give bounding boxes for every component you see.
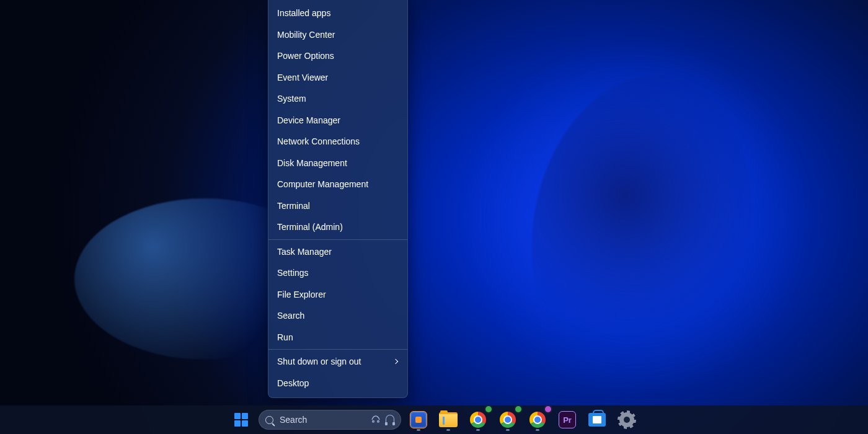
headset-icon [386, 415, 394, 423]
notification-badge [484, 405, 493, 414]
running-indicator [446, 429, 450, 431]
svg-point-1 [378, 420, 379, 422]
menu-label: Event Viewer [277, 73, 399, 82]
taskbar-app-premiere-pro[interactable]: Pr [555, 407, 580, 432]
taskbar-app-chrome-1[interactable] [466, 407, 490, 432]
menu-label: File Explorer [277, 290, 399, 299]
menu-item-event-viewer[interactable]: Event Viewer [268, 67, 407, 89]
menu-item-system[interactable]: System [268, 88, 407, 110]
chrome-icon [470, 412, 486, 428]
svg-point-0 [373, 420, 374, 422]
store-icon [588, 413, 606, 427]
copilot-icon [371, 415, 381, 425]
menu-label: Mobility Center [277, 30, 399, 40]
menu-label: Device Manager [277, 115, 399, 125]
menu-item-network-connections[interactable]: Network Connections [268, 131, 407, 153]
taskbar-app-vmware[interactable] [406, 407, 431, 432]
menu-item-disk-management[interactable]: Disk Management [268, 153, 407, 174]
menu-label: Shut down or sign out [277, 356, 399, 366]
gear-icon [619, 412, 634, 427]
running-indicator [536, 429, 539, 431]
menu-label: Desktop [277, 378, 399, 388]
chrome-icon [500, 412, 516, 428]
menu-item-shut-down-or-sign-out[interactable]: Shut down or sign out [268, 351, 407, 373]
chrome-icon [529, 412, 546, 428]
vmware-icon [410, 411, 427, 428]
menu-separator [268, 239, 407, 240]
search-icon [265, 416, 273, 424]
desktop-wallpaper[interactable] [0, 0, 868, 434]
menu-item-search[interactable]: Search [268, 305, 407, 327]
menu-label: Disk Management [277, 158, 399, 168]
taskbar-app-settings[interactable] [614, 407, 639, 432]
menu-item-computer-management[interactable]: Computer Management [268, 174, 407, 195]
menu-item-file-explorer[interactable]: File Explorer [268, 284, 407, 306]
menu-item-installed-apps[interactable]: Installed apps [268, 2, 407, 24]
start-button[interactable] [229, 407, 254, 432]
windows-logo-icon [234, 413, 248, 427]
running-indicator [506, 429, 510, 431]
running-indicator [417, 429, 420, 431]
menu-label: Task Manager [277, 247, 399, 257]
menu-label: Terminal [277, 201, 399, 211]
menu-label: Power Options [277, 51, 399, 61]
menu-item-desktop[interactable]: Desktop [268, 373, 407, 394]
menu-item-settings[interactable]: Settings [268, 262, 407, 284]
folder-icon [439, 412, 458, 427]
notification-badge [514, 405, 523, 414]
taskbar-app-chrome-2[interactable] [495, 407, 520, 432]
premiere-pro-icon: Pr [559, 411, 576, 428]
taskbar-app-chrome-3[interactable] [525, 407, 550, 432]
search-placeholder: Search [280, 415, 307, 425]
menu-item-power-options[interactable]: Power Options [268, 45, 407, 67]
menu-label: Terminal (Admin) [277, 222, 399, 232]
taskbar-app-microsoft-store[interactable] [585, 407, 609, 432]
menu-item-device-manager[interactable]: Device Manager [268, 110, 407, 131]
menu-label: Settings [277, 268, 399, 278]
taskbar-search[interactable]: Search [259, 410, 401, 430]
winx-context-menu: Installed apps Mobility Center Power Opt… [268, 0, 408, 398]
taskbar-app-file-explorer[interactable] [436, 407, 461, 432]
notification-badge [544, 405, 552, 414]
menu-item-terminal-admin[interactable]: Terminal (Admin) [268, 216, 407, 238]
running-indicator [476, 429, 480, 431]
menu-separator [268, 349, 407, 350]
menu-item-terminal[interactable]: Terminal [268, 195, 407, 217]
taskbar: Search Pr [0, 405, 868, 434]
menu-item-run[interactable]: Run [268, 327, 407, 348]
menu-label: Search [277, 311, 399, 321]
menu-label: Network Connections [277, 136, 399, 146]
menu-item-task-manager[interactable]: Task Manager [268, 241, 407, 263]
menu-label: Run [277, 332, 399, 342]
menu-item-mobility-center[interactable]: Mobility Center [268, 24, 407, 46]
menu-label: Installed apps [277, 8, 399, 18]
menu-label: Computer Management [277, 179, 399, 189]
menu-label: System [277, 94, 399, 104]
